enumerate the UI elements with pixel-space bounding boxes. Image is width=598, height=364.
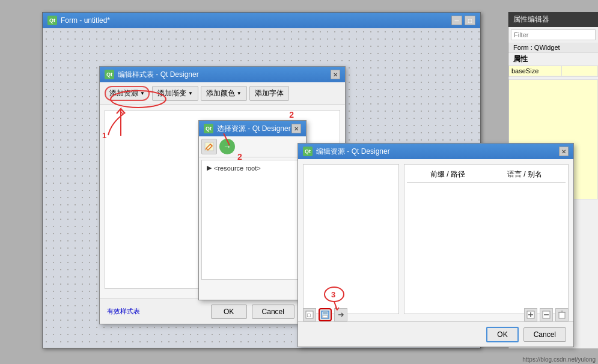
property-row: baseSize bbox=[509, 66, 597, 76]
style-editor-cancel-button[interactable]: Cancel bbox=[252, 305, 294, 319]
add-font-button[interactable]: 添加字体 bbox=[249, 86, 289, 101]
res-delete-button[interactable] bbox=[555, 308, 569, 321]
res-remove-button[interactable] bbox=[540, 308, 553, 321]
new-resource-icon: → bbox=[223, 142, 231, 151]
add-icon bbox=[526, 311, 535, 319]
select-resource-dialog: Qt 选择资源 - Qt Designer ✕ → ▶ <resource ro… bbox=[198, 120, 307, 300]
title-left: Qt Form - untitled* bbox=[47, 16, 110, 25]
add-resource-arrow-icon: ▼ bbox=[140, 91, 145, 96]
filter-input[interactable] bbox=[511, 29, 596, 40]
res-new-file-button[interactable]: □ bbox=[303, 308, 316, 321]
add-resource-wrapper: 添加资源 ▼ bbox=[105, 86, 150, 101]
svg-rect-5 bbox=[323, 311, 328, 314]
select-resource-title-left: Qt 选择资源 - Qt Designer bbox=[204, 124, 291, 134]
resource-root-icon: ▶ bbox=[207, 164, 212, 172]
select-resource-qt-logo: Qt bbox=[204, 124, 213, 133]
property-form-label: Form : QWidget bbox=[508, 43, 598, 53]
style-editor-close-button[interactable]: ✕ bbox=[331, 70, 340, 79]
title-buttons: ─ □ bbox=[451, 16, 475, 25]
edit-res-left-toolbar: □ bbox=[303, 308, 347, 321]
add-color-button[interactable]: 添加颜色 ▼ bbox=[201, 86, 247, 101]
edit-res-right-toolbar bbox=[524, 308, 569, 321]
edit-resource-title-left: Qt 编辑资源 - Qt Designer bbox=[303, 147, 390, 157]
res-add-button[interactable] bbox=[524, 308, 537, 321]
edit-resource-close-button[interactable]: ✕ bbox=[559, 147, 569, 156]
select-res-toolbar: → bbox=[199, 136, 306, 157]
select-resource-close-button[interactable]: ✕ bbox=[291, 124, 301, 133]
remove-icon bbox=[542, 311, 551, 319]
select-resource-titlebar: Qt 选择资源 - Qt Designer ✕ bbox=[199, 121, 306, 136]
maximize-button[interactable]: □ bbox=[465, 16, 475, 25]
add-color-arrow-icon: ▼ bbox=[237, 91, 242, 96]
new-file-icon: □ bbox=[305, 311, 314, 319]
res-save-button[interactable] bbox=[319, 308, 332, 321]
edit-resource-icon-button[interactable] bbox=[201, 139, 217, 154]
property-label: 属性 bbox=[508, 53, 598, 65]
qt-form-titlebar: Qt Form - untitled* ─ □ bbox=[43, 13, 480, 28]
delete-icon bbox=[558, 311, 566, 319]
valid-stylesheet-label: 有效样式表 bbox=[107, 307, 140, 316]
edit-res-right-panel: 前缀 / 路径 语言 / 别名 bbox=[404, 164, 569, 314]
property-row-value bbox=[562, 66, 597, 76]
annotation-number-2: 2 bbox=[289, 110, 294, 120]
url-label: https://blog.csdn.net/yulong bbox=[522, 356, 596, 363]
new-resource-icon-button[interactable]: → bbox=[219, 139, 235, 154]
pencil-icon bbox=[204, 142, 214, 151]
qt-form-title: Form - untitled* bbox=[61, 16, 110, 25]
svg-text:□: □ bbox=[307, 312, 311, 318]
svg-rect-6 bbox=[323, 315, 328, 318]
arrow-icon bbox=[337, 311, 345, 319]
qt-logo-icon: Qt bbox=[47, 16, 57, 25]
save-icon bbox=[321, 311, 329, 319]
lang-alias-label: 语言 / 别名 bbox=[486, 169, 563, 180]
add-gradient-button[interactable]: 添加渐变 ▼ bbox=[152, 86, 198, 101]
property-rows: baseSize bbox=[508, 65, 598, 77]
style-editor-titlebar: Qt 编辑样式表 - Qt Designer ✕ bbox=[100, 67, 345, 82]
property-editor-title: 属性编辑器 bbox=[508, 12, 598, 27]
edit-resource-qt-logo: Qt bbox=[303, 147, 313, 156]
edit-res-footer: OK Cancel bbox=[298, 321, 573, 347]
edit-res-ok-button[interactable]: OK bbox=[486, 327, 518, 342]
edit-res-right-header: 前缀 / 路径 语言 / 别名 bbox=[407, 167, 566, 183]
style-editor-title-left: Qt 编辑样式表 - Qt Designer bbox=[105, 70, 199, 80]
add-resource-button[interactable]: 添加资源 ▼ bbox=[105, 86, 150, 101]
select-resource-title-text: 选择资源 - Qt Designer bbox=[217, 124, 291, 134]
minimize-button[interactable]: ─ bbox=[451, 16, 462, 25]
res-arrow-button[interactable] bbox=[334, 308, 347, 321]
edit-resource-title-text: 编辑资源 - Qt Designer bbox=[316, 147, 390, 157]
edit-res-content: 前缀 / 路径 语言 / 别名 bbox=[298, 159, 573, 319]
property-filter[interactable] bbox=[508, 27, 598, 43]
edit-res-left-panel bbox=[303, 164, 399, 314]
edit-resource-dialog: Qt 编辑资源 - Qt Designer ✕ 前缀 / 路径 语言 / 别名 … bbox=[297, 143, 574, 347]
resource-root-item[interactable]: ▶ <resource root> bbox=[204, 163, 301, 173]
add-gradient-arrow-icon: ▼ bbox=[188, 91, 193, 96]
property-row-name: baseSize bbox=[509, 66, 562, 76]
edit-res-icon-toolbars: □ bbox=[298, 308, 573, 321]
resource-tree[interactable]: ▶ <resource root> bbox=[201, 160, 304, 280]
resource-root-label: <resource root> bbox=[214, 165, 261, 172]
style-editor-ok-button[interactable]: OK bbox=[211, 305, 247, 319]
edit-resource-titlebar: Qt 编辑资源 - Qt Designer ✕ bbox=[298, 144, 573, 159]
style-editor-title-text: 编辑样式表 - Qt Designer bbox=[118, 70, 199, 80]
style-editor-toolbar: 添加资源 ▼ 添加渐变 ▼ 添加颜色 ▼ 添加字体 bbox=[100, 82, 345, 105]
style-editor-qt-logo: Qt bbox=[105, 70, 114, 79]
svg-rect-12 bbox=[559, 312, 565, 318]
edit-res-cancel-button[interactable]: Cancel bbox=[523, 327, 566, 342]
prefix-path-label: 前缀 / 路径 bbox=[409, 169, 486, 180]
